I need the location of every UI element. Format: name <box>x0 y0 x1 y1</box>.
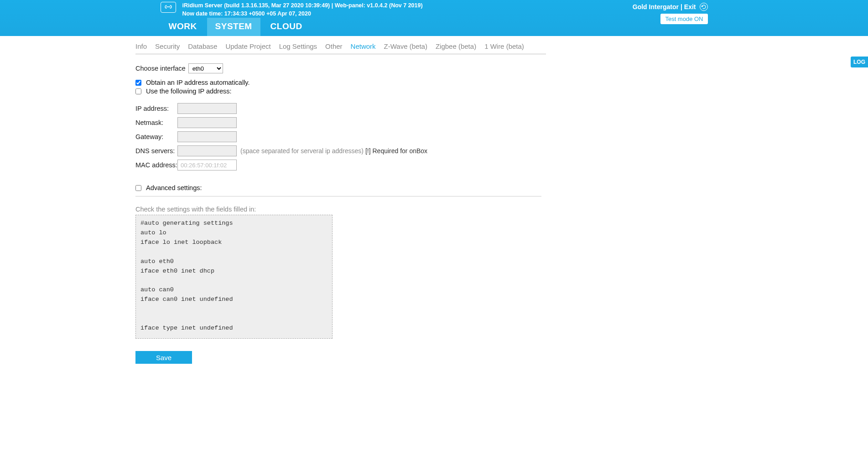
use-following-label: Use the following IP address: <box>146 88 232 95</box>
advanced-settings-checkbox[interactable] <box>135 185 141 191</box>
integrator-label: Gold Intergator <box>633 3 679 10</box>
subnav-database[interactable]: Database <box>188 42 217 50</box>
pipe: | <box>681 3 682 10</box>
save-button[interactable]: Save <box>135 351 192 364</box>
subnav-zwave[interactable]: Z-Wave (beta) <box>384 42 427 50</box>
subnav-update-project[interactable]: Update Project <box>225 42 270 50</box>
obtain-auto-checkbox[interactable] <box>135 80 141 86</box>
nav-cloud[interactable]: CLOUD <box>262 18 311 36</box>
refresh-icon[interactable] <box>700 3 708 11</box>
exit-link[interactable]: Exit <box>684 3 696 10</box>
nav-system[interactable]: SYSTEM <box>207 18 260 36</box>
interface-select[interactable]: eth0 <box>188 63 223 73</box>
netmask-input[interactable] <box>177 117 237 128</box>
subnav-network[interactable]: Network <box>351 42 376 50</box>
gateway-input[interactable] <box>177 131 237 142</box>
subnav-info[interactable]: Info <box>135 42 147 50</box>
header-text: iRidium Server (build 1.3.16.135, Mar 27… <box>182 2 423 18</box>
ip-input[interactable] <box>177 103 237 114</box>
log-tab[interactable]: LOG <box>851 57 868 67</box>
nav-work[interactable]: WORK <box>161 18 205 36</box>
mac-label: MAC address: <box>135 161 177 169</box>
content: Choose interface eth0 Obtain an IP addre… <box>135 54 546 364</box>
subnav-log-settings[interactable]: Log Settings <box>279 42 317 50</box>
subnav-1wire[interactable]: 1 Wire (beta) <box>484 42 524 50</box>
mac-input[interactable] <box>177 160 237 170</box>
sub-nav: Info Security Database Update Project Lo… <box>135 42 546 54</box>
test-mode-button[interactable]: Test mode ON <box>660 14 707 24</box>
subnav-zigbee[interactable]: Zigbee (beta) <box>436 42 476 50</box>
logo-box <box>161 2 176 13</box>
header-right: Gold Intergator | Exit Test mode ON <box>633 3 708 24</box>
netmask-label: Netmask: <box>135 119 177 126</box>
link-icon <box>165 4 172 11</box>
dns-label: DNS servers: <box>135 147 177 155</box>
dns-hint: (space separated for serveral ip address… <box>240 147 427 155</box>
main-nav: WORK SYSTEM CLOUD <box>0 18 868 36</box>
check-settings-label: Check the settings with the fields fille… <box>135 206 546 213</box>
advanced-settings-label: Advanced settings: <box>146 184 202 191</box>
dns-input[interactable] <box>177 145 237 156</box>
now-date-line: Now date time: 17:34:33 +0500 +05 Apr 07… <box>182 10 423 18</box>
ip-label: IP address: <box>135 105 177 112</box>
gateway-label: Gateway: <box>135 133 177 140</box>
subnav-security[interactable]: Security <box>155 42 180 50</box>
choose-interface-label: Choose interface <box>135 65 186 72</box>
header: iRidium Server (build 1.3.16.135, Mar 27… <box>0 0 868 36</box>
obtain-auto-label: Obtain an IP address automatically. <box>146 79 250 86</box>
server-build-line: iRidium Server (build 1.3.16.135, Mar 27… <box>182 2 423 10</box>
divider <box>135 196 541 196</box>
config-textarea[interactable] <box>135 215 333 339</box>
use-following-checkbox[interactable] <box>135 88 141 94</box>
subnav-other[interactable]: Other <box>325 42 343 50</box>
